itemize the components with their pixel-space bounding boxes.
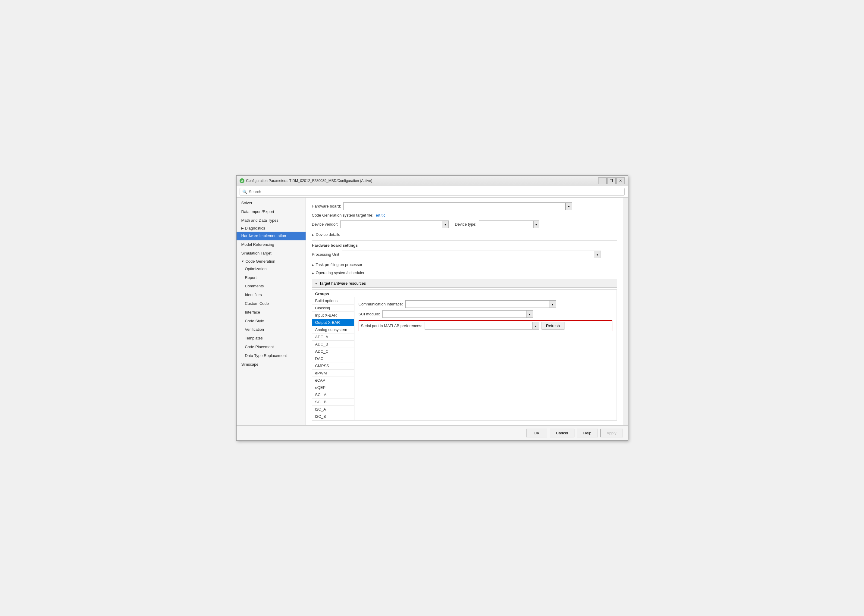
processing-unit-dropdown[interactable]: c28xCPU1 xyxy=(342,251,601,258)
sidebar-item-solver[interactable]: Solver xyxy=(236,199,305,207)
sidebar-item-hardware-implementation[interactable]: Hardware Implementation xyxy=(236,232,305,240)
os-scheduler-header[interactable]: Operating system/scheduler xyxy=(312,269,617,276)
sidebar-item-templates[interactable]: Templates xyxy=(236,334,305,343)
comm-interface-dropdown[interactable]: serial xyxy=(405,300,556,308)
sidebar-item-data-type-replacement[interactable]: Data Type Replacement xyxy=(236,352,305,360)
code-gen-link[interactable]: ert.tlc xyxy=(376,213,386,217)
group-item-eqep[interactable]: eQEP xyxy=(312,384,354,391)
device-row: Device vendor: Texas Instruments Device … xyxy=(312,220,617,228)
sci-module-btn[interactable] xyxy=(526,311,533,317)
sidebar-item-report[interactable]: Report xyxy=(236,273,305,282)
device-details-triangle xyxy=(312,232,314,237)
serial-port-row: Serial port in MATLAB preferences: COM16… xyxy=(359,320,612,332)
group-item-epwm[interactable]: ePWM xyxy=(312,369,354,377)
group-item-ecap[interactable]: eCAP xyxy=(312,377,354,384)
sidebar-item-verification[interactable]: Verification xyxy=(236,325,305,334)
chevron-down-icon2 xyxy=(444,222,447,226)
target-resources-triangle xyxy=(315,281,318,286)
chevron-down-icon3 xyxy=(535,222,537,226)
serial-port-input[interactable]: COM16 xyxy=(425,323,532,329)
device-type-dropdown[interactable]: C2000 xyxy=(479,220,539,228)
group-item-dac[interactable]: DAC xyxy=(312,355,354,362)
comm-interface-btn[interactable] xyxy=(549,301,556,308)
group-item-sci-b[interactable]: SCI_B xyxy=(312,399,354,406)
search-icon: 🔍 xyxy=(242,190,247,194)
app-icon: ⚙ xyxy=(239,178,244,183)
hardware-board-input[interactable]: TI F28003x xyxy=(343,203,565,209)
help-button[interactable]: Help xyxy=(577,429,598,437)
serial-port-dropdown[interactable]: COM16 xyxy=(425,322,539,330)
device-vendor-input[interactable]: Texas Instruments xyxy=(340,221,442,228)
serial-port-btn[interactable] xyxy=(532,322,539,329)
task-profiling-header[interactable]: Task profiling on processor xyxy=(312,261,617,268)
cancel-button[interactable]: Cancel xyxy=(550,429,574,437)
sci-module-row: SCI module: SCI_A xyxy=(359,310,612,318)
scrollbar[interactable] xyxy=(623,198,628,425)
sidebar-item-simulation-target[interactable]: Simulation Target xyxy=(236,249,305,258)
sci-module-input[interactable]: SCI_A xyxy=(383,311,526,317)
refresh-button[interactable]: Refresh xyxy=(541,322,565,330)
resources-content: Communication interface: serial SCI modu… xyxy=(354,297,617,420)
search-bar: 🔍 xyxy=(236,186,628,198)
sidebar-item-identifiers[interactable]: Identifiers xyxy=(236,291,305,299)
processing-unit-input[interactable]: c28xCPU1 xyxy=(342,251,594,258)
group-item-i2c-b[interactable]: I2C_B xyxy=(312,413,354,420)
task-profiling-triangle xyxy=(312,262,314,267)
sidebar-item-label: Code Generation xyxy=(245,259,275,264)
hardware-board-dropdown-btn[interactable] xyxy=(565,203,572,210)
chevron-down-icon7 xyxy=(535,324,537,328)
target-resources-section: Target hardware resources Groups Build o… xyxy=(312,279,617,421)
device-vendor-dropdown[interactable]: Texas Instruments xyxy=(340,220,449,228)
group-item-adc-a[interactable]: ADC_A xyxy=(312,333,354,341)
bottom-bar: OK Cancel Help Apply xyxy=(236,425,628,440)
triangle-icon: ▼ xyxy=(241,260,244,263)
ok-button[interactable]: OK xyxy=(526,429,547,437)
sidebar-item-comments[interactable]: Comments xyxy=(236,282,305,291)
sidebar-item-custom-code[interactable]: Custom Code xyxy=(236,299,305,308)
target-resources-label: Target hardware resources xyxy=(319,281,366,286)
comm-interface-row: Communication interface: serial xyxy=(359,300,612,308)
hardware-board-label: Hardware board: xyxy=(312,204,341,209)
resources-layout: Build optionsClockingInput X-BAROutput X… xyxy=(312,297,617,420)
device-type-input[interactable]: C2000 xyxy=(479,221,534,228)
group-item-adc-b[interactable]: ADC_B xyxy=(312,341,354,348)
restore-button[interactable]: ❐ xyxy=(607,178,616,184)
processing-unit-btn[interactable] xyxy=(594,251,601,258)
device-vendor-btn[interactable] xyxy=(442,221,449,228)
search-input[interactable] xyxy=(249,190,622,194)
group-item-output-x-bar[interactable]: Output X-BAR xyxy=(312,319,354,326)
group-item-i2c-a[interactable]: I2C_A xyxy=(312,406,354,413)
sidebar-item-math-data-types[interactable]: Math and Data Types xyxy=(236,216,305,225)
sidebar-item-code-style[interactable]: Code Style xyxy=(236,317,305,325)
hardware-board-dropdown[interactable]: TI F28003x xyxy=(343,203,572,210)
sci-module-label: SCI module: xyxy=(359,312,380,316)
group-item-clocking[interactable]: Clocking xyxy=(312,305,354,312)
sidebar-item-data-import-export[interactable]: Data Import/Export xyxy=(236,207,305,216)
sidebar-group-code-generation[interactable]: ▼Code Generation xyxy=(236,258,305,265)
comm-interface-input[interactable]: serial xyxy=(406,301,549,307)
device-details-header[interactable]: Device details xyxy=(312,231,617,238)
close-button[interactable]: ✕ xyxy=(616,178,625,184)
hardware-board-row: Hardware board: TI F28003x xyxy=(312,203,617,210)
sci-module-dropdown[interactable]: SCI_A xyxy=(382,310,533,318)
comm-interface-label: Communication interface: xyxy=(359,302,403,306)
sidebar-item-simscape[interactable]: Simscape xyxy=(236,360,305,369)
group-item-build-options[interactable]: Build options xyxy=(312,297,354,305)
group-item-analog-subsystem[interactable]: Analog subsystem xyxy=(312,326,354,333)
target-resources-header[interactable]: Target hardware resources xyxy=(312,279,617,288)
group-item-cmpss[interactable]: CMPSS xyxy=(312,362,354,369)
sidebar-item-optimization[interactable]: Optimization xyxy=(236,265,305,273)
sidebar-item-model-referencing[interactable]: Model Referencing xyxy=(236,240,305,249)
sidebar-item-interface[interactable]: Interface xyxy=(236,308,305,317)
device-type-label: Device type: xyxy=(455,222,477,226)
group-item-sci-a[interactable]: SCI_A xyxy=(312,391,354,399)
title-bar-left: ⚙ Configuration Parameters: TIDM_02012_F… xyxy=(239,178,373,183)
sidebar-item-code-placement[interactable]: Code Placement xyxy=(236,343,305,352)
apply-button[interactable]: Apply xyxy=(600,429,623,437)
device-type-btn[interactable] xyxy=(534,221,539,228)
title-bar: ⚙ Configuration Parameters: TIDM_02012_F… xyxy=(236,176,628,186)
sidebar-group-diagnostics[interactable]: ▶Diagnostics xyxy=(236,225,305,232)
group-item-adc-c[interactable]: ADC_C xyxy=(312,348,354,355)
minimize-button[interactable]: — xyxy=(598,178,607,184)
group-item-input-x-bar[interactable]: Input X-BAR xyxy=(312,312,354,319)
